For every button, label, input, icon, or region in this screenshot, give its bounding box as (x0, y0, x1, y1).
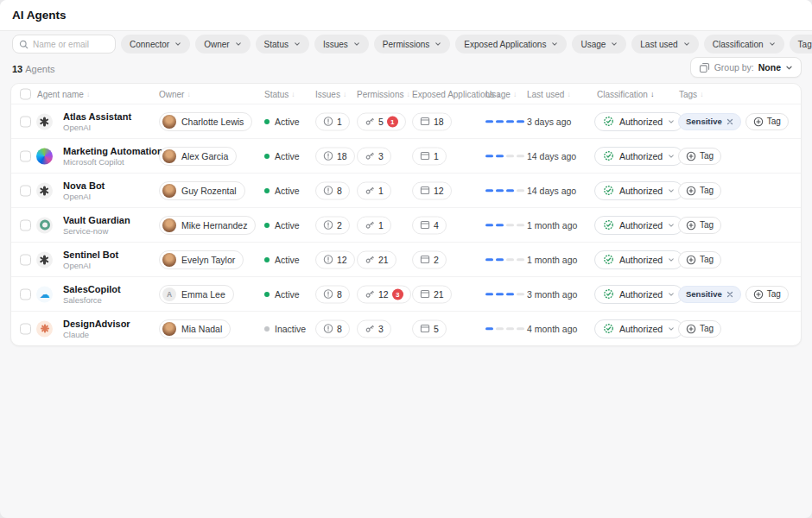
column-header-usage[interactable]: Usage↓ (485, 89, 517, 98)
close-icon[interactable] (726, 118, 733, 125)
owner-cell[interactable]: Charlotte Lewis (159, 112, 252, 131)
row-checkbox[interactable] (20, 323, 31, 334)
filter-pill-classification[interactable]: Classification (704, 35, 784, 54)
add-tag-label: Tag (700, 255, 714, 264)
alert-circle-icon (323, 324, 333, 334)
issues-badge[interactable]: 18 (315, 147, 355, 165)
usage-segment (485, 224, 493, 227)
filter-pill-last-used[interactable]: Last used (631, 35, 698, 54)
filter-pill-connector[interactable]: Connector (121, 35, 190, 54)
tag-sensitive[interactable]: Sensitive (678, 113, 741, 130)
issues-badge[interactable]: 2 (315, 216, 350, 234)
table-row[interactable]: Nova BotOpenAIGuy RozentalActive811214 d… (11, 173, 801, 207)
owner-cell[interactable]: Guy Rozental (159, 181, 245, 200)
issues-badge[interactable]: 12 (315, 250, 355, 268)
permissions-badge[interactable]: 123 (357, 285, 411, 303)
issues-count: 1 (337, 117, 342, 127)
agent-name: DesignAdvisor (63, 319, 130, 329)
table-row[interactable]: Atlas AssistantOpenAICharlotte LewisActi… (11, 104, 801, 138)
exposed-apps-badge[interactable]: 18 (412, 112, 452, 130)
row-checkbox[interactable] (20, 116, 31, 127)
verified-icon (603, 150, 614, 161)
classification-select[interactable]: Authorized (594, 285, 683, 304)
classification-select[interactable]: Authorized (594, 112, 683, 131)
column-header-permissions[interactable]: Permissions↓ (357, 89, 410, 98)
classification-select[interactable]: Authorized (594, 216, 683, 235)
table-row[interactable]: Vault GuardianService-nowMike HernandezA… (11, 207, 801, 242)
add-tag-button[interactable]: Tag (745, 113, 789, 130)
close-icon[interactable] (726, 291, 733, 298)
add-tag-button[interactable]: Tag (678, 217, 721, 234)
owner-cell[interactable]: Mike Hernandez (159, 216, 256, 235)
exposed-apps-badge[interactable]: 21 (412, 285, 452, 303)
row-checkbox[interactable] (20, 254, 31, 265)
classification-select[interactable]: Authorized (594, 181, 683, 200)
add-tag-button[interactable]: Tag (678, 148, 721, 165)
filter-pill-usage[interactable]: Usage (572, 35, 626, 54)
permissions-badge[interactable]: 1 (357, 216, 391, 234)
owner-cell[interactable]: AEmma Lee (159, 285, 234, 304)
filter-pill-exposed-applications[interactable]: Exposed Applications (455, 35, 567, 54)
exposed-apps-badge[interactable]: 4 (412, 216, 447, 234)
column-header-issues[interactable]: Issues↓ (315, 89, 346, 98)
column-header-status[interactable]: Status↓ (264, 89, 295, 98)
permissions-badge[interactable]: 3 (357, 319, 391, 338)
filter-pill-status[interactable]: Status (256, 35, 309, 54)
add-tag-button[interactable]: Tag (678, 251, 721, 268)
classification-select[interactable]: Authorized (594, 250, 683, 269)
column-header-tags[interactable]: Tags↓ (679, 89, 703, 98)
column-header-classification[interactable]: Classification↓ (597, 89, 654, 98)
row-checkbox[interactable] (20, 219, 31, 231)
add-tag-button[interactable]: Tag (678, 182, 721, 199)
row-checkbox[interactable] (20, 150, 31, 161)
chevron-down-icon (668, 291, 675, 298)
column-header-agent-name[interactable]: Agent name↓ (37, 89, 90, 98)
issues-badge[interactable]: 8 (315, 285, 350, 303)
issues-badge[interactable]: 1 (315, 112, 350, 130)
owner-cell[interactable]: Evelyn Taylor (159, 250, 244, 269)
permissions-badge[interactable]: 1 (357, 181, 391, 199)
key-icon (365, 151, 375, 161)
avatar (162, 184, 176, 198)
filter-bar: ConnectorOwnerStatusIssuesPermissionsExp… (12, 35, 803, 54)
owner-cell[interactable]: Alex Garcia (159, 147, 237, 166)
usage-meter (485, 120, 524, 123)
header-checkbox[interactable] (20, 88, 31, 99)
table-row[interactable]: DesignAdvisorClaudeMia NadalInactive8354… (11, 311, 801, 345)
permissions-count: 3 (378, 324, 384, 334)
issues-badge[interactable]: 8 (315, 181, 350, 199)
table-row[interactable]: ☁SalesCopilotSalesforceAEmma LeeActive81… (11, 276, 801, 311)
copilot-logo-icon (36, 148, 53, 164)
issues-badge[interactable]: 8 (315, 319, 350, 338)
add-tag-button[interactable]: Tag (745, 286, 789, 303)
permissions-badge[interactable]: 3 (357, 147, 391, 165)
search-box[interactable] (12, 35, 116, 54)
column-header-owner[interactable]: Owner↓ (159, 89, 191, 98)
add-tag-button[interactable]: Tag (678, 320, 721, 338)
avatar (162, 115, 176, 129)
group-by-button[interactable]: Group by: None (690, 57, 802, 78)
search-input[interactable] (33, 40, 109, 49)
exposed-apps-badge[interactable]: 1 (412, 147, 447, 165)
owner-cell[interactable]: Mia Nadal (159, 319, 231, 338)
filter-pill-owner[interactable]: Owner (195, 35, 250, 54)
table-row[interactable]: Marketing AutomationMicrosoft CopilotAle… (11, 138, 801, 173)
agents-count-label: Agents (25, 64, 54, 74)
table-row[interactable]: Sentinel BotOpenAIEvelyn TaylorActive122… (11, 242, 801, 276)
row-checkbox[interactable] (20, 185, 31, 196)
classification-select[interactable]: Authorized (594, 319, 683, 338)
column-header-last-used[interactable]: Last used↓ (527, 89, 571, 98)
permissions-badge[interactable]: 21 (357, 250, 396, 268)
exposed-apps-badge[interactable]: 12 (412, 181, 452, 199)
exposed-apps-badge[interactable]: 2 (412, 250, 447, 268)
filter-pill-permissions[interactable]: Permissions (374, 35, 450, 54)
filter-pill-tag[interactable]: Tag (790, 35, 812, 54)
tag-sensitive[interactable]: Sensitive (678, 286, 741, 303)
status-label: Active (275, 255, 300, 265)
filter-pill-issues[interactable]: Issues (314, 35, 369, 54)
exposed-apps-badge[interactable]: 5 (412, 319, 447, 338)
permissions-count: 1 (378, 186, 384, 196)
classification-select[interactable]: Authorized (594, 147, 683, 166)
row-checkbox[interactable] (20, 288, 31, 300)
permissions-badge[interactable]: 51 (357, 112, 406, 130)
